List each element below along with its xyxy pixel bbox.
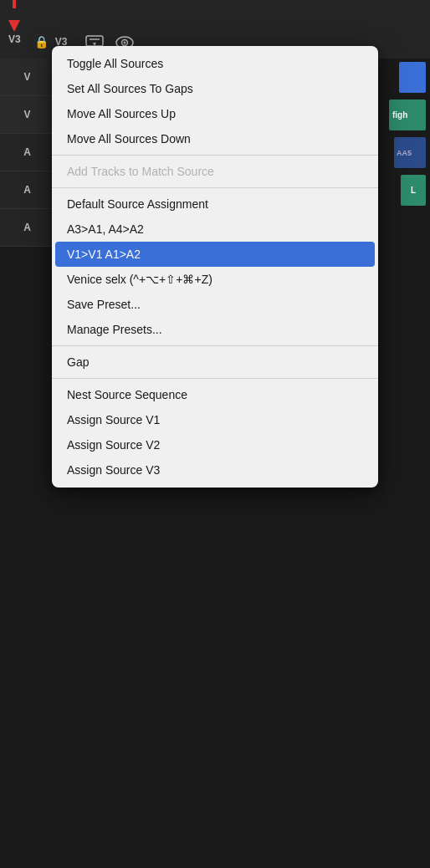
track-row-v2: V <box>0 96 54 134</box>
menu-item-v1v1-a1a2[interactable]: V1>V1 A1>A2 <box>55 242 375 267</box>
track-v-label: V <box>23 71 30 83</box>
track-row-v: V <box>0 59 54 96</box>
v3-track-label: V3 <box>8 33 21 45</box>
lock-icon[interactable]: 🔒 <box>34 35 49 49</box>
track-row-a2: A <box>0 171 54 209</box>
menu-item-gap[interactable]: Gap <box>52 350 378 375</box>
menu-item-manage-presets[interactable]: Manage Presets... <box>52 317 378 342</box>
track-a3-label: A <box>23 222 31 233</box>
track-clip-a1: AA5 <box>394 137 426 168</box>
svg-point-5 <box>124 42 126 44</box>
track-a2-label: A <box>23 184 31 196</box>
track-clip-v2: figh <box>389 100 426 130</box>
track-clip-a2: L <box>401 175 426 206</box>
menu-item-assign-source-v3[interactable]: Assign Source V3 <box>52 457 378 483</box>
menu-item-assign-source-v2[interactable]: Assign Source V2 <box>52 432 378 457</box>
menu-item-a3a4[interactable]: A3>A1, A4>A2 <box>52 217 378 242</box>
track-v2-label: V <box>23 109 30 120</box>
track-a1-label: A <box>23 146 31 158</box>
v3-header: V3 <box>8 0 21 50</box>
menu-item-move-all-sources-down[interactable]: Move All Sources Down <box>52 126 378 151</box>
menu-item-nest-source-sequence[interactable]: Nest Source Sequence <box>52 382 378 407</box>
menu-item-move-all-sources-up[interactable]: Move All Sources Up <box>52 101 378 126</box>
down-arrow-icon <box>8 20 20 32</box>
menu-item-assign-source-v1[interactable]: Assign Source V1 <box>52 407 378 432</box>
track-row-a1: A <box>0 134 54 171</box>
menu-item-add-tracks: Add Tracks to Match Source <box>52 159 378 184</box>
separator-3 <box>52 345 378 346</box>
separator-2 <box>52 187 378 188</box>
track-clip-v <box>399 62 426 93</box>
context-menu: Toggle All Sources Set All Sources To Ga… <box>52 46 378 488</box>
menu-item-toggle-all-sources[interactable]: Toggle All Sources <box>52 51 378 76</box>
track-row-a3: A <box>0 209 54 247</box>
menu-item-venice-selx[interactable]: Venice selx (^+⌥+⇧+⌘+Z) <box>52 267 378 292</box>
arrow-stem <box>13 0 16 8</box>
menu-item-set-all-sources-to-gaps[interactable]: Set All Sources To Gaps <box>52 76 378 101</box>
separator-1 <box>52 155 378 156</box>
menu-item-default-source-assignment[interactable]: Default Source Assignment <box>52 191 378 217</box>
menu-item-save-preset[interactable]: Save Preset... <box>52 292 378 317</box>
separator-4 <box>52 378 378 379</box>
